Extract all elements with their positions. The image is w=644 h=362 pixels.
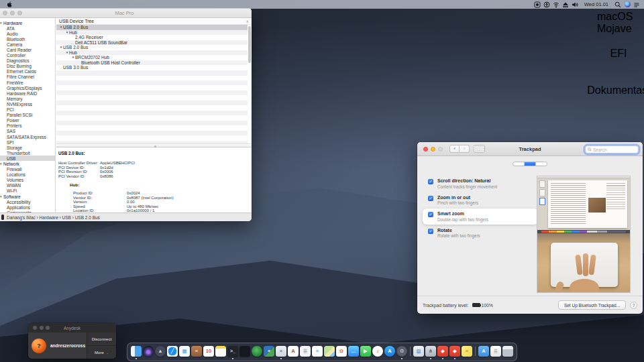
tools-app-dock-icon[interactable]: × [276, 345, 286, 359]
sysinfo-sidebar-item[interactable]: ▼ Network [0, 161, 55, 166]
sysinfo-sidebar-item[interactable]: Fibre Channel [0, 74, 55, 80]
contacts-dock-icon[interactable]: ≡ [191, 345, 202, 359]
document-app-dock-icon[interactable]: ≣ [300, 345, 311, 359]
sysinfo-sidebar-item[interactable]: Printers [0, 123, 55, 129]
sysinfo-sidebar-item[interactable]: FireWire [0, 80, 55, 85]
stickies-dock-icon[interactable]: ≡ [462, 345, 472, 359]
sysinfo-sidebar-item[interactable]: ▼ Software [0, 194, 55, 199]
dock-divider[interactable] [409, 345, 412, 359]
messages-dock-icon[interactable]: … [348, 345, 359, 359]
launchpad-dock-icon[interactable]: ▲ [155, 345, 166, 359]
sysinfo-sidebar-item[interactable]: SPI [0, 139, 55, 145]
wifi-icon[interactable] [551, 1, 561, 8]
sysinfo-sidebar-item[interactable]: Card Reader [0, 47, 55, 52]
checkbox[interactable]: ✓ [428, 179, 433, 184]
usb-tree-row[interactable]: ▼ Hub [56, 30, 248, 36]
dock-divider-2[interactable] [474, 345, 477, 359]
menubar-clock[interactable]: Wed 01.01 [580, 1, 613, 7]
sysinfo-sidebar-item[interactable]: Disc Burning [0, 64, 55, 69]
dark-utility-dock-icon[interactable] [239, 345, 250, 359]
system-information-titlebar[interactable]: Mac Pro [0, 8, 252, 18]
sysinfo-sidebar-item[interactable]: ATA [0, 25, 55, 31]
sysinfo-sidebar-item[interactable]: NVMExpress [0, 101, 55, 107]
finder-dock-icon[interactable] [131, 345, 142, 359]
back-button[interactable]: ‹ [449, 145, 460, 153]
gesture-demo-video[interactable] [537, 176, 631, 293]
sysinfo-sidebar-item[interactable]: Locations [0, 172, 55, 178]
sysinfo-sidebar-item[interactable]: Camera [0, 42, 55, 47]
screen-recording-icon[interactable] [533, 1, 542, 8]
sysinfo-sidebar-item[interactable]: Graphics/Displays [0, 85, 55, 90]
sysinfo-sidebar-item[interactable]: WWAN [0, 183, 55, 188]
sysinfo-sidebar-item[interactable]: Hardware RAID [0, 90, 55, 96]
dokumentasi-folder-icon[interactable]: Dokumentasi [597, 84, 640, 118]
sysinfo-sidebar-item[interactable]: Applications [0, 204, 55, 210]
sysinfo-sidebar-item[interactable]: Volumes [0, 178, 55, 183]
siri-dock-icon[interactable] [143, 345, 154, 359]
sysinfo-sidebar-item[interactable]: Parallel SCSI [0, 113, 55, 118]
trash-dock-icon[interactable] [502, 345, 513, 359]
sysinfo-sidebar-item[interactable]: SATA/SATA Express [0, 134, 55, 139]
sysinfo-sidebar-item[interactable]: Memory [0, 96, 55, 101]
eject-icon[interactable] [561, 1, 570, 8]
notes-dock-icon[interactable] [215, 345, 226, 359]
disconnect-button[interactable]: Disconnect [87, 333, 116, 345]
usb-tree-row[interactable]: ▼ USB 2.0 Bus [56, 25, 248, 30]
applications-folder-dock-icon[interactable]: A [478, 345, 489, 359]
app-store-dock-icon[interactable]: A [384, 345, 395, 359]
sysinfo-sidebar-item[interactable]: USB [0, 156, 55, 161]
sysinfo-sidebar-item[interactable]: Accessibility [0, 199, 55, 204]
system-preferences-dock-icon[interactable]: ⚙ [396, 345, 407, 359]
recent-document-dock-icon[interactable]: ≣ [490, 345, 501, 359]
stats-app-dock-icon[interactable]: ▥ [413, 345, 424, 359]
terminal-dock-icon[interactable]: >_ [227, 345, 238, 359]
siri-icon[interactable] [623, 1, 632, 8]
itunes-dock-icon[interactable]: ♪ [372, 345, 383, 359]
sysinfo-sidebar-item[interactable]: Wi-Fi [0, 188, 55, 194]
sysinfo-sidebar-item[interactable]: Firewall [0, 167, 55, 172]
checkbox[interactable]: ✓ [428, 212, 433, 217]
automator-dock-icon[interactable]: ⋔ [425, 345, 436, 359]
safari-dock-icon[interactable]: ╱ [167, 345, 178, 359]
trackpad-titlebar[interactable]: Trackpad ‹ › Search [417, 142, 643, 156]
maps-dock-icon[interactable] [324, 345, 335, 359]
usb-tree-row[interactable]: USB 3.0 Bus [56, 65, 248, 70]
sysinfo-sidebar-item[interactable]: Ethernet Cards [0, 69, 55, 74]
efi-drive-icon[interactable]: EFI [597, 48, 640, 81]
sysinfo-sidebar-item[interactable]: Diagnostics [0, 58, 55, 64]
minimize-button[interactable] [431, 147, 435, 152]
sysinfo-sidebar-item[interactable]: Storage [0, 145, 55, 150]
scrollbar-thumb[interactable] [248, 26, 251, 63]
sysinfo-sidebar-item[interactable]: Controller [0, 53, 55, 58]
volume-icon[interactable] [570, 1, 580, 8]
close-button[interactable] [423, 147, 428, 152]
usb-tree-row[interactable]: ▼ Hub [56, 50, 248, 56]
reminders-dock-icon[interactable]: ≡ [312, 345, 323, 359]
usb-device-tree-header[interactable]: USB Device Tree ∧ [56, 18, 252, 25]
sysinfo-sidebar-item[interactable]: Thunderbolt [0, 150, 55, 156]
prefs-tab[interactable] [536, 162, 547, 166]
prefs-tab[interactable] [513, 162, 525, 166]
sysinfo-sidebar-item[interactable]: Power [0, 118, 55, 123]
spotlight-icon[interactable] [613, 1, 623, 8]
anydesk-dock-icon[interactable]: ◆ [437, 345, 448, 359]
apple-menu-icon[interactable] [7, 1, 13, 8]
calendar-dock-icon[interactable]: 10 [203, 345, 214, 359]
zoom-button[interactable] [438, 147, 443, 152]
globe-app-dock-icon[interactable] [252, 345, 262, 359]
notification-center-icon[interactable] [632, 1, 641, 8]
facetime-dock-icon[interactable]: ▶ [360, 345, 371, 359]
preview-dock-icon[interactable]: ▦ [179, 345, 190, 359]
sysinfo-sidebar-item[interactable]: Bluetooth [0, 36, 55, 42]
sysinfo-sidebar-item[interactable]: Audio [0, 31, 55, 36]
anydesk-titlebar[interactable]: Anydesk [28, 323, 116, 333]
accessibility-icon[interactable] [542, 1, 551, 8]
help-button[interactable]: ? [630, 302, 637, 309]
checkbox[interactable]: ✓ [428, 229, 433, 234]
fish-app-dock-icon[interactable]: « [264, 345, 274, 359]
more-button[interactable]: More ⌄ [87, 345, 116, 359]
checkbox[interactable]: ✓ [428, 196, 433, 201]
usb-tree-row[interactable]: ▼ USB 2.0 Bus [56, 45, 248, 50]
textedit-dock-icon[interactable]: A [288, 345, 299, 359]
setup-bluetooth-trackpad-button[interactable]: Set Up Bluetooth Trackpad... [558, 300, 626, 310]
